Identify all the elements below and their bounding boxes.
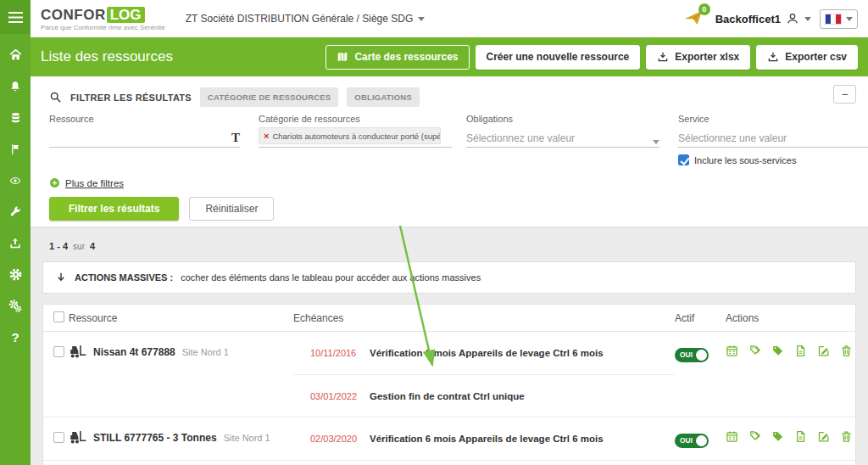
actif-toggle[interactable]: OUI	[675, 434, 709, 448]
include-subservices-checkbox[interactable]	[678, 154, 689, 165]
sidebar-nav: ?	[0, 39, 31, 353]
home-icon	[8, 48, 23, 62]
echeance-label[interactable]: Vérification 6 mois Appareils de levage …	[370, 348, 675, 358]
delete-button[interactable]	[840, 430, 853, 443]
tag-button[interactable]	[771, 345, 784, 357]
bulk-actions-bar: ACTIONS MASSIVES : cocher des éléments d…	[42, 261, 856, 294]
edit-icon	[817, 345, 830, 357]
sidebar-item-home[interactable]	[0, 39, 31, 70]
service-select[interactable]: Sélectionnez une valeur	[678, 127, 868, 148]
sidebar-item-admin[interactable]	[0, 290, 31, 322]
sidebar-item-help[interactable]: ?	[0, 322, 31, 353]
menu-toggle[interactable]	[0, 0, 31, 34]
notifications-button[interactable]: 0	[682, 8, 707, 30]
echeance-label[interactable]: Vérification 6 mois Appareils de levage …	[370, 434, 675, 444]
tags-button[interactable]	[748, 345, 761, 357]
create-resource-button[interactable]: Créer une nouvelle ressource	[476, 45, 641, 70]
tags-icon	[748, 430, 761, 443]
table-row: Still TB Bureau de Lille 29/06/2019 Véri…	[43, 461, 855, 465]
bulk-actions-text: cocher des éléments dans le tableau pour…	[181, 272, 481, 283]
header-right-cluster: 0 Backofficet1	[682, 8, 858, 30]
row-checkbox[interactable]	[53, 346, 64, 357]
calendar-button[interactable]	[726, 430, 738, 443]
text-format-icon[interactable]: T	[231, 132, 240, 144]
column-header-actions: Actions	[726, 312, 855, 324]
sidebar-item-import[interactable]	[0, 227, 31, 259]
row-checkbox[interactable]	[53, 432, 64, 443]
wrench-icon	[8, 205, 22, 219]
resources-table: Ressource Echéances Actif Actions Nissan…	[42, 304, 856, 465]
echeance-date: 03/01/2022	[293, 391, 370, 401]
filter-submit-button[interactable]: Filtrer les résultats	[49, 197, 179, 221]
actif-toggle[interactable]: OUI	[675, 348, 709, 362]
forklift-icon	[69, 343, 86, 361]
edit-button[interactable]	[817, 430, 830, 443]
sidebar-item-notifications[interactable]	[0, 70, 31, 102]
hamburger-icon	[8, 12, 23, 23]
tags-button[interactable]	[748, 430, 761, 443]
calendar-button[interactable]	[726, 345, 738, 357]
sidebar-item-resources[interactable]	[0, 102, 31, 133]
echeance-label[interactable]: Gestion fin de contrat Ctrl unique	[370, 391, 675, 401]
filter-reset-button[interactable]: Réinitialiser	[189, 197, 274, 221]
plus-circle-icon	[49, 177, 60, 188]
chevron-down-icon	[846, 17, 853, 21]
collapse-filters-button[interactable]: −	[833, 85, 856, 104]
page-header-band: Liste des ressources Carte des ressource…	[31, 37, 868, 76]
column-header-actif: Actif	[675, 312, 726, 324]
filter-panel: FILTRER LES RÉSULTATS CATÉGORIE DE RESSO…	[31, 76, 868, 227]
user-menu[interactable]: Backofficet1	[715, 12, 811, 25]
export-csv-button[interactable]: Exporter csv	[756, 45, 858, 70]
filter-title: FILTRER LES RÉSULTATS	[70, 92, 192, 103]
select-all-checkbox[interactable]	[53, 311, 64, 322]
calendar-icon	[726, 345, 738, 357]
column-header-ressource: Ressource	[69, 312, 293, 324]
sidebar-item-obligations[interactable]	[0, 133, 31, 165]
brand-logo[interactable]: Confor LOG Parce que Conformité rime ave…	[41, 7, 165, 31]
tag-button[interactable]	[771, 430, 784, 443]
table-header-row: Ressource Echéances Actif Actions	[43, 305, 855, 332]
map-of-resources-button[interactable]: Carte des ressources	[326, 45, 469, 70]
context-selector[interactable]: ZT Société DISTRIBUTION Générale / Siège…	[186, 13, 426, 25]
resource-name[interactable]: STILL 6777765 - 3 Tonnes	[93, 432, 217, 444]
download-icon	[767, 51, 779, 63]
results-section: 1 - 4 sur 4 ACTIONS MASSIVES : cocher de…	[31, 241, 868, 465]
echeance-line: 29/06/2019 Vérification 6 mois Appareils…	[293, 461, 675, 465]
resource-name[interactable]: Nissan 4t 677888	[93, 346, 175, 358]
toggle-knob	[696, 350, 707, 361]
flag-icon	[9, 143, 22, 156]
include-subservices-label: Inclure les sous-services	[694, 155, 796, 165]
obligations-field-label: Obligations	[466, 114, 659, 124]
sidebar-item-watch[interactable]	[0, 165, 31, 196]
language-selector[interactable]	[820, 9, 858, 29]
search-icon	[49, 91, 62, 104]
context-label: ZT Société DISTRIBUTION Générale / Siège…	[186, 13, 414, 25]
pdf-button[interactable]	[794, 430, 807, 443]
tab-obligations[interactable]: OBLIGATIONS	[347, 87, 419, 107]
top-header: Confor LOG Parce que Conformité rime ave…	[31, 0, 868, 37]
pdf-button[interactable]	[794, 345, 807, 357]
echeance-line: 10/11/2016 Vérification 6 mois Appareils…	[293, 332, 675, 374]
categorie-select[interactable]: × Chariots automoteurs à conducteur port…	[259, 127, 452, 148]
sidebar-item-settings[interactable]	[0, 259, 31, 290]
table-row: STILL 6777765 - 3 Tonnes Site Nord 1 02/…	[43, 417, 855, 461]
delete-button[interactable]	[840, 345, 853, 357]
map-icon	[337, 51, 348, 63]
tag-icon	[771, 430, 784, 443]
obligations-select[interactable]: Sélectionnez une valeur	[466, 127, 659, 148]
sidebar-item-tools[interactable]	[0, 196, 31, 227]
ressource-input[interactable]	[49, 132, 231, 144]
more-filters-link[interactable]: Plus de filtres	[49, 177, 124, 188]
tags-icon	[748, 345, 761, 357]
export-xlsx-button[interactable]: Exporter xlsx	[646, 45, 750, 70]
bulk-actions-title: ACTIONS MASSIVES :	[75, 272, 173, 283]
edit-button[interactable]	[817, 345, 830, 357]
forklift-icon	[69, 429, 86, 446]
sidebar: ?	[0, 0, 31, 465]
remove-chip-icon[interactable]: ×	[264, 131, 269, 141]
ressource-field-label: Ressource	[49, 114, 240, 124]
brand-name-accent: LOG	[107, 7, 145, 23]
pdf-icon	[794, 345, 807, 357]
tag-icon	[771, 345, 784, 357]
tab-categorie-de-ressources[interactable]: CATÉGORIE DE RESSOURCES	[200, 87, 338, 107]
